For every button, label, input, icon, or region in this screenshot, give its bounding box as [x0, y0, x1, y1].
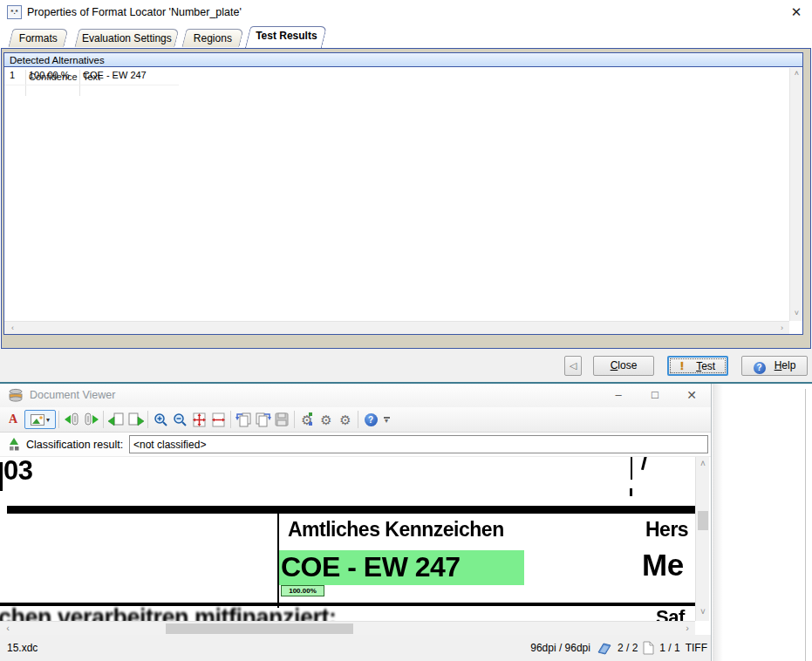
alternatives-list[interactable]: Confidence Text 1 100.00 % COE - EW 247 … — [4, 68, 802, 334]
properties-dialog: *.* Properties of Format Locator 'Number… — [0, 0, 812, 382]
import-page-icon[interactable] — [234, 410, 253, 429]
scan-text-clipped: Hers — [645, 518, 688, 542]
prev-page-icon[interactable] — [106, 410, 126, 429]
document-stack-icon — [596, 641, 612, 656]
blue-dot — [309, 422, 312, 426]
scroll-right-icon[interactable]: › — [681, 622, 693, 636]
document-canvas[interactable]: 03 Amtliches Kennzeichen COE - EW 247 10… — [0, 457, 695, 621]
toolbar-separator — [103, 411, 104, 428]
back-button[interactable]: ◁ — [564, 356, 582, 376]
scan-illegible-line: chen verarbeitren mitfinanziert: — [0, 603, 337, 621]
next-document-icon[interactable] — [81, 410, 100, 429]
list-horizontal-scrollbar[interactable]: ‹ › — [4, 321, 789, 334]
viewer-settings-icon[interactable]: ⚙ — [336, 410, 355, 429]
background-divider — [805, 389, 806, 661]
next-page-icon[interactable] — [126, 410, 145, 429]
view-dropdown-icon[interactable]: ▾ — [46, 416, 50, 424]
scan-cell-border — [631, 457, 632, 480]
text-cell: COE - EW 247 — [83, 70, 147, 80]
scan-text-clipped: Me — [642, 548, 684, 583]
scroll-left-icon[interactable]: ‹ — [6, 322, 19, 335]
list-vertical-scrollbar[interactable]: ˄ ˅ — [789, 68, 802, 321]
tab-label: Regions — [185, 30, 241, 47]
page-count: 1 / 1 — [659, 642, 679, 654]
export-page-icon[interactable] — [253, 410, 272, 429]
viewer-toolbar: A ▾ — [0, 407, 712, 433]
prev-document-icon[interactable] — [62, 410, 81, 429]
fit-width-icon[interactable] — [208, 410, 228, 429]
confidence-tag: 100.00% — [281, 585, 324, 596]
toolbar-overflow-icon[interactable]: ▾ — [380, 410, 392, 429]
zoom-in-icon[interactable] — [151, 410, 170, 429]
page-icon — [643, 641, 654, 655]
help-icon: ? — [754, 362, 766, 374]
tab-regions[interactable]: Regions — [181, 29, 243, 47]
table-row[interactable]: 1 100.00 % COE - EW 247 — [4, 68, 318, 82]
text-view-icon[interactable]: A — [3, 410, 23, 429]
scan-thick-rule — [7, 506, 695, 514]
tab-label: Test Results — [249, 27, 324, 44]
canvas-horizontal-scrollbar[interactable]: ‹ › — [0, 621, 695, 635]
classification-label: Classification result: — [26, 439, 123, 451]
save-icon[interactable] — [272, 410, 291, 429]
button-label: est — [701, 360, 715, 372]
test-button[interactable]: !Test — [667, 356, 728, 376]
scan-corner-number: 03 — [3, 457, 32, 487]
maximize-icon[interactable]: □ — [638, 384, 672, 407]
process-settings-icon[interactable]: ⚙ — [297, 410, 317, 429]
tab-test-results[interactable]: Test Results — [245, 26, 327, 48]
toolbar-separator — [147, 411, 148, 428]
canvas-vertical-scrollbar[interactable]: ˄ ˅ — [695, 457, 709, 621]
scroll-down-icon[interactable]: ˅ — [790, 308, 803, 321]
tab-label: Evaluation Settings — [78, 30, 176, 47]
tab-evaluation-settings[interactable]: Evaluation Settings — [74, 29, 179, 47]
row-number-cell: 1 — [10, 70, 15, 80]
button-label: elp — [781, 359, 795, 371]
format-locator-icon: *.* — [7, 5, 22, 19]
minimize-icon[interactable]: – — [602, 384, 635, 407]
dpi-value: 96dpi / 96dpi — [530, 642, 590, 654]
scan-text-clipped: Saf — [656, 606, 685, 621]
close-icon[interactable]: ✕ — [675, 384, 708, 407]
column-separator — [25, 70, 26, 96]
scan-mark — [630, 488, 632, 496]
recognition-settings-icon[interactable]: ⚙ — [317, 410, 336, 429]
button-label: lose — [618, 359, 637, 371]
document-count: 2 / 2 — [618, 642, 638, 654]
help-icon[interactable]: ? — [361, 410, 380, 429]
dialog-close-icon[interactable]: ✕ — [784, 2, 809, 23]
dialog-titlebar[interactable]: *.* Properties of Format Locator 'Number… — [0, 0, 812, 24]
window-shadow — [713, 384, 723, 661]
column-separator — [79, 70, 80, 96]
scroll-down-icon[interactable]: ˅ — [696, 607, 710, 619]
tab-label: Formats — [11, 30, 65, 47]
test-results-tabpage: Detected Alternatives Confidence Text 1 … — [1, 48, 811, 349]
tab-formats[interactable]: Formats — [8, 29, 68, 47]
toolbar-separator — [358, 411, 358, 428]
detected-alternatives-group: Detected Alternatives Confidence Text 1 … — [3, 52, 803, 335]
image-view-icon[interactable]: ▾ — [24, 410, 56, 429]
background-pane — [713, 384, 812, 661]
scan-line — [0, 462, 3, 491]
viewer-titlebar[interactable]: Document Viewer – □ ✕ — [0, 384, 712, 407]
scroll-up-icon[interactable]: ˄ — [696, 459, 710, 471]
fit-page-icon[interactable] — [189, 410, 208, 429]
chevron-left-icon: ◁ — [570, 360, 577, 371]
vertical-scroll-thumb[interactable] — [698, 511, 708, 530]
horizontal-scroll-thumb[interactable] — [166, 624, 353, 634]
confidence-cell: 100.00 % — [29, 70, 69, 80]
file-name: 15.xdc — [7, 642, 38, 654]
scroll-left-icon[interactable]: ‹ — [2, 622, 14, 636]
toolbar-separator — [58, 411, 59, 428]
classification-icon — [7, 438, 21, 451]
scroll-up-icon[interactable]: ˄ — [790, 68, 803, 81]
classification-result-input[interactable] — [129, 435, 708, 453]
document-viewer-window: Document Viewer – □ ✕ A ▾ — [0, 384, 712, 661]
detected-text-highlight[interactable]: COE - EW 247 — [279, 550, 524, 585]
scroll-right-icon[interactable]: › — [775, 322, 788, 335]
help-button[interactable]: ?Help — [741, 356, 808, 376]
close-button[interactable]: Close — [593, 356, 654, 376]
dialog-button-bar: ◁ Close !Test ?Help — [0, 349, 812, 382]
exclamation-icon: ! — [680, 359, 684, 372]
zoom-out-icon[interactable] — [170, 410, 189, 429]
